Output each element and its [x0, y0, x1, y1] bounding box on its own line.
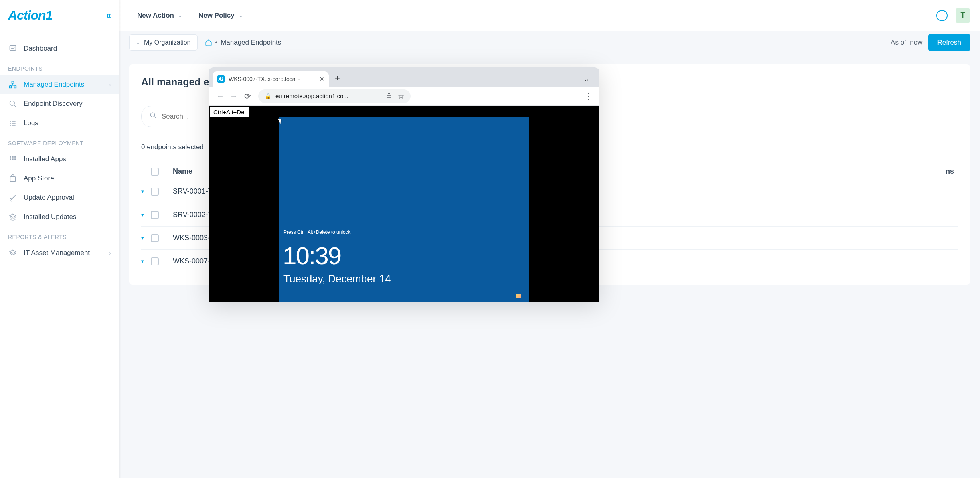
column-name[interactable]: Name	[173, 167, 192, 176]
grid-icon	[8, 155, 18, 163]
check-icon	[8, 194, 18, 202]
refresh-button[interactable]: Refresh	[928, 34, 970, 51]
sidebar-item-installed-updates[interactable]: Installed Updates	[0, 207, 119, 227]
layers-icon	[8, 213, 18, 221]
chevron-down-icon: ⌄	[136, 40, 140, 45]
sidebar-item-label: Endpoint Discovery	[24, 100, 82, 108]
browser-tabbar: A1 WKS-0007-TX.tx-corp.local - × + ⌄	[209, 67, 599, 87]
sidebar-item-endpoint-discovery[interactable]: Endpoint Discovery	[0, 94, 119, 113]
svg-rect-10	[14, 158, 16, 160]
expand-row-icon[interactable]: ▾	[141, 235, 147, 241]
tabs-dropdown-icon[interactable]: ⌄	[583, 75, 589, 83]
sidebar-item-dashboard[interactable]: Dashboard	[0, 39, 119, 58]
forward-button[interactable]: →	[227, 89, 241, 103]
dashboard-icon	[8, 45, 18, 53]
brand-logo[interactable]: Action1	[8, 8, 52, 23]
select-all-checkbox[interactable]	[151, 168, 159, 176]
sidebar-section-reports: REPORTS & ALERTS	[0, 227, 119, 243]
browser-toolbar: ← → ⟳ 🔒 eu.remote.app.action1.co... ☆ ⋮	[209, 87, 599, 106]
chevron-right-icon: ›	[109, 250, 111, 256]
reload-button[interactable]: ⟳	[241, 89, 254, 103]
row-checkbox[interactable]	[151, 188, 159, 196]
svg-rect-5	[10, 156, 11, 158]
svg-rect-8	[10, 158, 11, 160]
sidebar-item-installed-apps[interactable]: Installed Apps	[0, 150, 119, 169]
browser-menu-button[interactable]: ⋮	[585, 91, 593, 101]
column-actions: ns	[946, 167, 954, 176]
svg-rect-1	[12, 81, 14, 83]
back-button[interactable]: ←	[213, 89, 227, 103]
global-search-button[interactable]	[936, 10, 948, 21]
svg-rect-7	[14, 156, 16, 158]
remote-desktop-screen[interactable]: Press Ctrl+Alt+Delete to unlock. 10:39 T…	[279, 117, 529, 302]
browser-tab[interactable]: A1 WKS-0007-TX.tx-corp.local - ×	[213, 71, 329, 87]
sidebar-item-label: Managed Endpoints	[24, 81, 84, 89]
user-avatar[interactable]: T	[956, 8, 970, 23]
collapse-sidebar-button[interactable]: «	[106, 10, 111, 21]
search-icon	[150, 112, 157, 121]
address-bar[interactable]: 🔒 eu.remote.app.action1.co... ☆	[258, 89, 411, 103]
new-policy-dropdown[interactable]: New Policy ⌄	[190, 8, 251, 24]
svg-point-12	[150, 113, 155, 117]
tab-favicon-icon: A1	[217, 75, 225, 83]
breadcrumb: ⌄ My Organization • Managed Endpoints As…	[119, 31, 980, 54]
lock-icon: 🔒	[265, 93, 271, 99]
sidebar-section-endpoints: ENDPOINTS	[0, 58, 119, 75]
bag-icon	[8, 174, 18, 182]
sidebar-item-update-approval[interactable]: Update Approval	[0, 188, 119, 207]
svg-rect-2	[10, 86, 12, 88]
chevron-down-icon: ⌄	[239, 12, 243, 18]
bookmark-icon[interactable]: ☆	[398, 92, 404, 101]
breadcrumb-separator: •	[215, 39, 218, 46]
sidebar-item-label: App Store	[24, 174, 54, 182]
topbar: New Action ⌄ New Policy ⌄ T	[119, 0, 980, 31]
sidebar-item-label: Installed Updates	[24, 213, 76, 221]
new-policy-label: New Policy	[198, 12, 235, 20]
sidebar-item-label: Logs	[24, 119, 38, 127]
tab-title: WKS-0007-TX.tx-corp.local -	[229, 76, 316, 82]
address-text: eu.remote.app.action1.co...	[275, 93, 382, 99]
sidebar-item-managed-endpoints[interactable]: Managed Endpoints ›	[0, 75, 119, 94]
breadcrumb-current: Managed Endpoints	[221, 38, 281, 47]
lock-screen-date: Tuesday, December 14	[283, 273, 391, 285]
sidebar-item-app-store[interactable]: App Store	[0, 169, 119, 188]
close-tab-button[interactable]: ×	[320, 75, 324, 83]
sidebar-item-label: Dashboard	[24, 45, 57, 53]
expand-row-icon[interactable]: ▾	[141, 258, 147, 264]
expand-row-icon[interactable]: ▾	[141, 188, 147, 194]
new-action-label: New Action	[137, 12, 174, 20]
sidebar-item-label: Installed Apps	[24, 155, 66, 163]
sidebar: Action1 « Dashboard ENDPOINTS Managed En…	[0, 0, 119, 478]
svg-rect-6	[12, 156, 13, 158]
svg-point-4	[10, 101, 15, 106]
sidebar-section-software: SOFTWARE DEPLOYMENT	[0, 133, 119, 150]
asof-text: As of: now	[891, 38, 922, 47]
remote-viewport[interactable]: Ctrl+Alt+Del Press Ctrl+Alt+Delete to un…	[209, 106, 599, 302]
row-checkbox[interactable]	[151, 211, 159, 219]
row-checkbox[interactable]	[151, 234, 159, 242]
svg-rect-9	[12, 158, 13, 160]
browser-window: A1 WKS-0007-TX.tx-corp.local - × + ⌄ ← →…	[209, 67, 599, 302]
expand-row-icon[interactable]: ▾	[141, 212, 147, 218]
row-checkbox[interactable]	[151, 257, 159, 265]
org-selector[interactable]: ⌄ My Organization	[129, 34, 198, 51]
chevron-down-icon: ⌄	[178, 12, 182, 18]
ctrl-alt-del-button[interactable]: Ctrl+Alt+Del	[210, 107, 249, 117]
share-icon[interactable]	[386, 92, 392, 100]
ease-of-access-icon	[516, 294, 521, 298]
stack-icon	[8, 249, 18, 257]
sidebar-item-logs[interactable]: Logs	[0, 113, 119, 133]
org-name: My Organization	[144, 39, 191, 46]
sidebar-item-it-asset-management[interactable]: IT Asset Management ›	[0, 243, 119, 263]
svg-rect-3	[14, 86, 16, 88]
home-icon[interactable]	[205, 39, 212, 46]
lock-screen-time: 10:39	[283, 241, 341, 270]
new-tab-button[interactable]: +	[335, 73, 340, 83]
network-icon	[8, 81, 18, 89]
chevron-right-icon: ›	[109, 81, 111, 88]
sidebar-item-label: IT Asset Management	[24, 249, 90, 257]
unlock-hint: Press Ctrl+Alt+Delete to unlock.	[283, 229, 352, 235]
list-icon	[8, 119, 18, 127]
new-action-dropdown[interactable]: New Action ⌄	[129, 8, 190, 24]
magnify-icon	[8, 100, 18, 108]
